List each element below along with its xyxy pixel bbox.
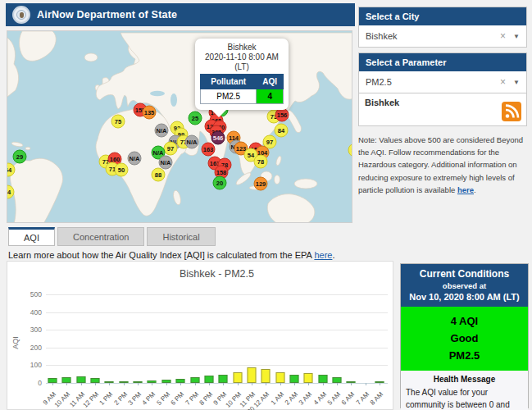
x-tick (223, 383, 224, 385)
y-tick-label: 500 (11, 290, 42, 298)
city-dropdown-caret-icon[interactable]: ▼ (513, 33, 520, 40)
popup-datetime: 2020-11-10 8:00 AM (200, 52, 284, 62)
parameter-select-value: PM2.5 (366, 77, 500, 87)
x-tick (280, 383, 281, 385)
map-marker[interactable]: 25 (189, 112, 202, 125)
x-tick (266, 383, 266, 385)
x-tick (380, 383, 380, 385)
x-tick (195, 383, 196, 385)
chart-bar[interactable] (91, 378, 100, 383)
map-marker[interactable]: 163 (202, 143, 216, 157)
airnow-page: AirNow Department of State (0, 0, 532, 410)
chart-bar[interactable] (333, 377, 342, 383)
x-tick-label: 4 PM (141, 390, 157, 407)
x-tick-label: 5 AM (326, 390, 342, 406)
chart-bar[interactable] (76, 376, 85, 383)
chart-bar[interactable] (204, 376, 213, 383)
world-map[interactable]: 29647475155135771607150N/A9299N/A77N/A97… (7, 30, 352, 223)
map-marker[interactable]: 546 (211, 131, 225, 145)
x-tick-label: 8 AM (369, 390, 384, 406)
chart-bar[interactable] (48, 378, 57, 383)
x-tick (81, 383, 82, 385)
x-tick (180, 383, 181, 385)
select-parameter-panel: Select a Parameter PM2.5 × ▼ (358, 52, 527, 93)
parameter-select[interactable]: PM2.5 × ▼ (359, 71, 526, 93)
health-message-text: The AQI value for your community is betw… (406, 386, 523, 410)
gridline (46, 294, 388, 295)
map-marker[interactable]: 97 (164, 142, 178, 156)
x-tick (124, 383, 125, 385)
chart-bar[interactable] (261, 369, 271, 383)
x-tick-label: 7 AM (355, 390, 371, 406)
map-marker[interactable]: 29 (13, 150, 27, 164)
app-header: AirNow Department of State (6, 3, 355, 26)
x-tick (66, 383, 67, 385)
tab-aqi[interactable]: AQI (8, 227, 55, 246)
map-marker[interactable]: N/A (159, 156, 173, 170)
gridline (46, 330, 388, 330)
map-marker[interactable]: 156 (275, 108, 289, 122)
observed-at-label: observed at (404, 281, 525, 290)
map-marker[interactable]: 88 (152, 168, 166, 182)
city-select[interactable]: Bishkek × ▼ (359, 25, 526, 47)
map-marker[interactable]: 78 (254, 155, 268, 169)
rss-feed-box: Bishkek (358, 93, 527, 126)
x-tick-label: 2 PM (112, 390, 129, 407)
chart-bar[interactable] (62, 377, 71, 383)
aqi-value: 4 AQI (404, 313, 525, 330)
map-marker[interactable]: 135 (143, 106, 157, 120)
tab-concentration[interactable]: Concentration (57, 227, 145, 246)
beyond-aqi-note: Note: Values above 500 are considered Be… (358, 134, 525, 196)
x-tick (109, 383, 110, 385)
map-marker[interactable]: N/A (185, 135, 199, 149)
x-tick (351, 383, 352, 385)
epa-here-link[interactable]: here (314, 250, 332, 260)
chart-bar[interactable] (233, 372, 242, 383)
note-text: Note: Values above 500 are considered Be… (358, 135, 523, 194)
chart-bar[interactable] (304, 373, 313, 383)
popup-timezone: (LT) (200, 62, 284, 72)
x-tick-label: 10 AM (53, 390, 71, 408)
learn-more-text: Learn more about how the Air Quality Ind… (8, 250, 334, 260)
parameter-dropdown-caret-icon[interactable]: ▼ (513, 79, 520, 86)
observed-at-value: Nov 10, 2020 8:00 AM (LT) (404, 292, 525, 302)
map-marker[interactable]: 129 (254, 177, 268, 191)
chart-bar[interactable] (289, 375, 298, 383)
map-marker[interactable]: 75 (111, 115, 125, 129)
map-marker[interactable]: 84 (275, 124, 289, 138)
aqi-category: Good (404, 330, 525, 348)
aqi-category-block: 4 AQI Good PM2.5 (401, 307, 528, 371)
city-clear-icon[interactable]: × (500, 30, 506, 42)
view-tabs: AQI Concentration Historical (8, 227, 216, 246)
tab-historical[interactable]: Historical (147, 227, 215, 246)
health-message-block: Health Message The AQI value for your co… (401, 371, 528, 410)
chart-bar[interactable] (219, 375, 228, 383)
map-marker[interactable]: N/A (128, 152, 142, 166)
popup-city: Bishkek (200, 43, 284, 52)
select-parameter-header: Select a Parameter (359, 53, 526, 71)
learn-more-suffix: . (332, 250, 334, 260)
parameter-clear-icon[interactable]: × (500, 76, 506, 88)
chart-bar[interactable] (247, 367, 256, 383)
city-select-value: Bishkek (366, 31, 500, 41)
gridline (46, 312, 388, 313)
map-marker[interactable]: 50 (115, 163, 129, 177)
y-tick-label: 100 (11, 361, 42, 369)
x-tick-label: 3 PM (127, 390, 143, 407)
map-marker[interactable]: N/A (155, 124, 169, 138)
y-tick-label: 0 (11, 379, 42, 387)
app-title: AirNow Department of State (37, 9, 177, 20)
x-tick-label: 1 AM (270, 390, 285, 406)
chart-bar[interactable] (318, 375, 327, 383)
chart-bar[interactable] (190, 377, 199, 383)
map-marker[interactable]: 20 (213, 176, 227, 190)
y-tick-label: 200 (11, 344, 42, 352)
chart-bar[interactable] (275, 372, 284, 383)
aqi-chart-panel: Bishkek - PM2.5 AQI 01002003004005009 AM… (7, 261, 393, 410)
gridline (46, 365, 388, 366)
rss-icon[interactable] (502, 102, 521, 121)
note-here-link[interactable]: here (457, 185, 474, 194)
gridline (46, 348, 388, 348)
x-tick-label: 3 AM (298, 390, 313, 406)
x-tick (308, 383, 309, 385)
